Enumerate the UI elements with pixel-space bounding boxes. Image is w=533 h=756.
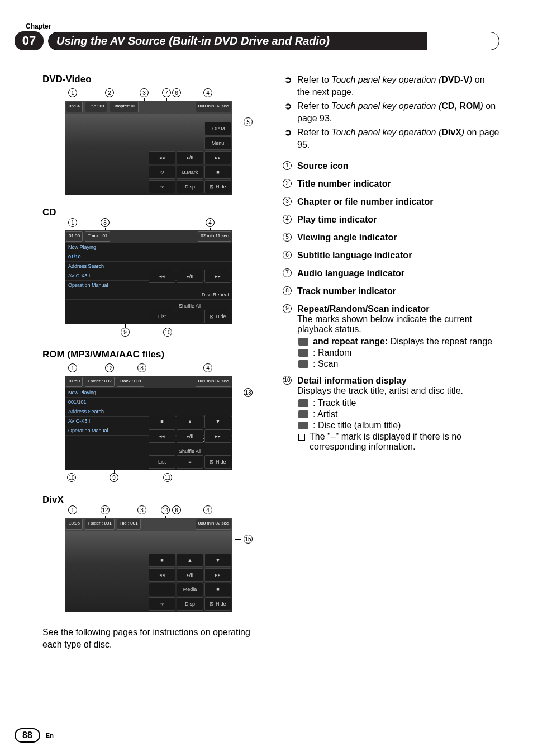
rom-btn-up[interactable]: ▲	[177, 415, 203, 428]
heading-divx: DivX	[42, 494, 266, 505]
divx-btn-blank[interactable]	[149, 583, 175, 596]
divx-callouts-top: 1 12 3 14 6 4	[65, 505, 266, 518]
btn-stop[interactable]: ■	[204, 166, 231, 179]
btn-top-menu[interactable]: TOP M.	[204, 122, 231, 135]
btn-next[interactable]: ▸▸	[204, 151, 231, 164]
track-title-icon	[298, 399, 308, 407]
disc-title-icon	[298, 422, 308, 429]
divx-btn-play[interactable]: ▸/II	[177, 568, 203, 582]
btn-bmark[interactable]: B.Mark	[177, 166, 203, 179]
btn-menu[interactable]: Menu	[204, 136, 231, 150]
rom-callouts-top: 1 12 8 4	[65, 363, 266, 376]
divx-btn-folder[interactable]: ■	[149, 554, 175, 567]
screenshot-dvd: 06:04 Title : 01 Chapter: 01 000 min 32 …	[65, 101, 232, 195]
cd-btn-prev[interactable]: ◂◂	[149, 270, 175, 283]
btn-prev[interactable]: ◂◂	[149, 151, 175, 164]
chapter-number-badge: 07	[15, 31, 44, 50]
random-icon	[298, 349, 308, 357]
btn-angle[interactable]: ⟲	[149, 166, 175, 179]
rom-btn-info[interactable]: ≡	[177, 455, 203, 469]
instruction-text: See the following pages for instructions…	[42, 626, 266, 650]
page-title-bubble: Using the AV Source (Built-in DVD Drive …	[48, 32, 499, 50]
legend9-desc: The marks shown below indicate the curre…	[297, 314, 499, 334]
language-code: En	[46, 732, 54, 739]
artist-icon	[298, 410, 308, 418]
legend-list: 1Source icon 2Title number indicator 3Ch…	[283, 161, 499, 452]
rom-btn-prev[interactable]: ◂◂	[149, 429, 175, 443]
cd-btn-blank[interactable]	[177, 310, 203, 323]
heading-dvd-video: DVD-Video	[42, 74, 266, 85]
reference-list: ➲ Refer to Touch panel key operation (DV…	[283, 74, 499, 151]
rom-btn-play[interactable]: ▸/II	[177, 429, 203, 443]
pointer-icon: ➲	[283, 126, 293, 150]
divx-btn-next[interactable]: ▸▸	[204, 568, 231, 582]
pointer-icon: ➲	[283, 74, 293, 98]
screenshot-divx: 10:05 Folder : 001 File : 001 000 min 02…	[65, 518, 232, 612]
btn-hide[interactable]: ⊠ Hide	[204, 180, 231, 193]
right-column: ➲ Refer to Touch panel key operation (DV…	[283, 74, 499, 650]
divx-btn-stop[interactable]: ■	[204, 583, 231, 596]
divx-btn-disp[interactable]: Disp	[177, 597, 203, 611]
footer: 88 En	[15, 728, 54, 743]
cd-callouts-bottom: 9 10	[65, 324, 266, 337]
screenshot-rom: 01:50 Folder : 002 Track : 001 001 min 0…	[65, 376, 232, 470]
divx-btn-down[interactable]: ▼	[204, 554, 231, 567]
left-column: DVD-Video 1 2 3 7 6 4 06:04 Title : 01 C…	[42, 74, 266, 650]
divx-btn-hide[interactable]: ⊠ Hide	[204, 597, 231, 611]
repeat-icon	[298, 338, 308, 346]
rom-btn-down[interactable]: ▼	[204, 415, 231, 428]
divx-btn-up[interactable]: ▲	[177, 554, 203, 567]
divx-btn-media[interactable]: Media	[177, 583, 203, 596]
scan-icon	[298, 360, 308, 368]
heading-cd: CD	[42, 207, 266, 218]
cd-callouts-top: 1 8 4	[65, 218, 266, 230]
chapter-label: Chapter	[26, 22, 499, 30]
rom-btn-list[interactable]: List	[149, 455, 175, 469]
divx-btn-prev[interactable]: ◂◂	[149, 568, 175, 582]
page-title: Using the AV Source (Built-in DVD Drive …	[56, 35, 330, 48]
dvd-callouts-top: 1 2 3 7 6 4	[65, 88, 266, 101]
cd-btn-next[interactable]: ▸▸	[204, 270, 231, 283]
cd-btn-hide[interactable]: ⊠ Hide	[204, 310, 231, 323]
btn-play-pause[interactable]: ▸/II	[177, 151, 203, 164]
rom-btn-next[interactable]: ▸▸	[204, 429, 231, 443]
cd-btn-play[interactable]: ▸/II	[177, 270, 203, 283]
btn-disp[interactable]: Disp	[177, 180, 203, 193]
btn-arrow[interactable]: ➔	[149, 180, 175, 193]
rom-callouts-bottom: 10 9 11	[65, 470, 266, 482]
note-box-icon	[298, 434, 305, 441]
divx-btn-arrow[interactable]: ➔	[149, 597, 175, 611]
cd-btn-list[interactable]: List	[149, 310, 175, 323]
pointer-icon: ➲	[283, 100, 293, 124]
heading-rom: ROM (MP3/WMA/AAC files)	[42, 349, 266, 360]
rom-btn-folder[interactable]: ■	[149, 415, 175, 428]
rom-btn-hide[interactable]: ⊠ Hide	[204, 455, 231, 469]
legend10-desc: Displays the track title, artist and dis…	[297, 386, 499, 396]
screenshot-cd: 01:50 Track : 01 02 min 11 sec Now Playi…	[65, 230, 232, 324]
page-number: 88	[15, 728, 40, 743]
